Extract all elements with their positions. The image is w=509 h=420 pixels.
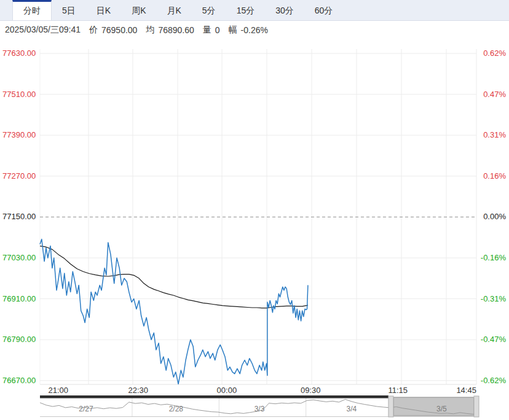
tab-fenshi[interactable]: 分时 — [12, 0, 52, 20]
average-value: 76890.60 — [158, 25, 194, 35]
tab-period-6[interactable]: 15分 — [226, 0, 266, 20]
change-value: -0.26% — [241, 25, 268, 35]
tab-period-8[interactable]: 60分 — [304, 0, 344, 20]
change-label: 幅 — [229, 25, 237, 36]
tab-period-7[interactable]: 30分 — [265, 0, 304, 20]
quote-datetime: 2025/03/05/三09:41 — [5, 25, 81, 36]
volume-value: 0 — [215, 25, 220, 35]
price-line — [40, 239, 308, 384]
navigator-left-handle[interactable] — [389, 396, 393, 417]
quote-status-bar: 2025/03/05/三09:41 价 76950.00 均 76890.60 … — [0, 21, 509, 39]
price-chart-canvas — [0, 0, 509, 420]
price-value: 76950.00 — [101, 25, 137, 35]
tab-period-5[interactable]: 5分 — [192, 0, 226, 20]
average-label: 均 — [146, 25, 154, 36]
tab-period-1[interactable]: 5日 — [52, 0, 86, 20]
intraday-chart-app: 分时5日日K周K月K5分15分30分60分 2025/03/05/三09:41 … — [0, 0, 509, 420]
tab-period-2[interactable]: 日K — [86, 0, 121, 20]
tab-period-4[interactable]: 月K — [156, 0, 191, 20]
navigator-right-handle[interactable] — [474, 396, 479, 417]
volume-label: 量 — [203, 25, 211, 36]
price-label: 价 — [89, 25, 98, 36]
navigator-selected-window[interactable] — [393, 397, 474, 416]
navigator-move-bar[interactable] — [40, 395, 389, 399]
tab-period-3[interactable]: 周K — [121, 0, 156, 20]
period-tab-bar: 分时5日日K周K月K5分15分30分60分 — [0, 0, 509, 21]
